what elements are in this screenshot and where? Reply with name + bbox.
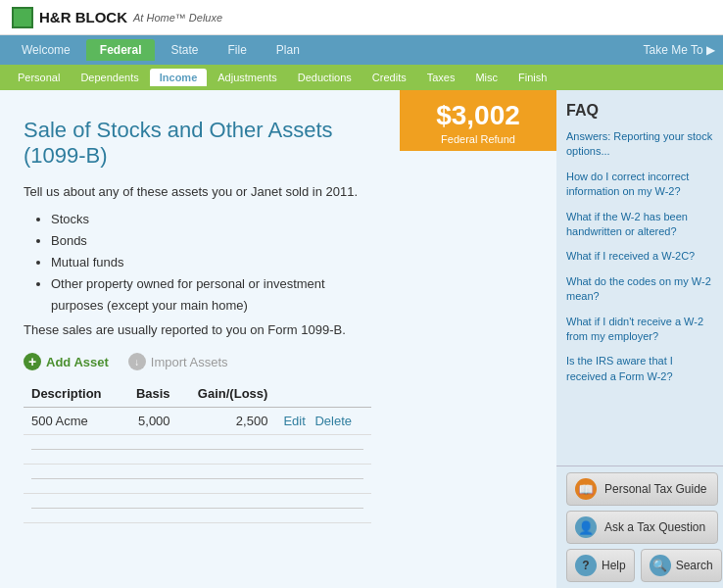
- bullet-mutual-funds: Mutual funds: [51, 252, 371, 273]
- faq-link-2[interactable]: How do I correct incorrect information o…: [566, 170, 713, 200]
- form-note: These sales are usually reported to you …: [24, 322, 371, 337]
- sub-tab-deductions[interactable]: Deductions: [288, 69, 362, 86]
- help-button[interactable]: ? Help: [566, 549, 635, 582]
- faq-link-3[interactable]: What if the W-2 has been handwritten or …: [566, 210, 713, 240]
- take-me-to: Take Me To ▶: [644, 43, 715, 57]
- page-title: Sale of Stocks and Other Assets (1099-B): [24, 118, 371, 169]
- asset-basis: 5,000: [121, 408, 178, 435]
- sub-tab-misc[interactable]: Misc: [465, 69, 507, 86]
- personal-tax-guide-button[interactable]: 📖 Personal Tax Guide: [566, 472, 718, 506]
- bottom-tool-row: ? Help 🔍 Search: [566, 549, 713, 582]
- empty-row-2: [24, 465, 371, 494]
- logo-text: H&R BLOCK: [39, 9, 127, 25]
- asset-actions: + Add Asset ↓ Import Assets: [24, 353, 371, 370]
- bullet-other-property: Other property owned for personal or inv…: [51, 273, 371, 317]
- nav-tab-federal[interactable]: Federal: [86, 39, 156, 61]
- bullet-list: Stocks Bonds Mutual funds Other property…: [51, 209, 371, 317]
- sub-tab-dependents[interactable]: Dependents: [71, 69, 148, 86]
- refund-box: $3,002 Federal Refund: [400, 90, 556, 151]
- import-assets-button[interactable]: ↓ Import Assets: [128, 353, 228, 370]
- faq-link-5[interactable]: What do the codes on my W-2 mean?: [566, 274, 713, 305]
- empty-row-1: [24, 435, 371, 465]
- delete-link[interactable]: Delete: [314, 414, 352, 428]
- sidebar-wrapper: FAQ Answers: Reporting your stock option…: [556, 90, 723, 588]
- search-icon: 🔍: [650, 555, 671, 576]
- ask-icon: 👤: [575, 516, 597, 538]
- refund-label: Federal Refund: [408, 133, 549, 145]
- ask-tax-question-button[interactable]: 👤 Ask a Tax Question: [566, 511, 718, 544]
- main-container: $3,002 Federal Refund Sale of Stocks and…: [0, 90, 723, 588]
- guide-icon: 📖: [575, 478, 597, 500]
- content-area: $3,002 Federal Refund Sale of Stocks and…: [0, 90, 556, 588]
- bullet-bonds: Bonds: [51, 230, 371, 252]
- refund-amount: $3,002: [408, 100, 549, 131]
- sub-tab-income[interactable]: Income: [150, 69, 208, 86]
- col-gain-loss: Gain/(Loss): [178, 382, 276, 408]
- faq-link-1[interactable]: Answers: Reporting your stock options...: [566, 129, 713, 160]
- edit-link[interactable]: Edit: [283, 414, 305, 428]
- sub-tab-taxes[interactable]: Taxes: [417, 69, 465, 86]
- main-nav: Welcome Federal State File Plan Take Me …: [0, 35, 723, 65]
- sub-nav: Personal Dependents Income Adjustments D…: [0, 65, 723, 90]
- add-asset-button[interactable]: + Add Asset: [24, 353, 109, 370]
- sub-tab-adjustments[interactable]: Adjustments: [208, 69, 287, 86]
- col-description: Description: [24, 382, 121, 408]
- nav-tab-welcome[interactable]: Welcome: [8, 39, 84, 61]
- app-header: H&R BLOCK At Home™ Deluxe: [0, 0, 723, 35]
- bullet-stocks: Stocks: [51, 209, 371, 230]
- sub-tab-personal[interactable]: Personal: [8, 69, 70, 86]
- col-basis: Basis: [121, 382, 178, 408]
- search-button[interactable]: 🔍 Search: [641, 549, 722, 582]
- asset-gain-loss: 2,500: [178, 408, 276, 435]
- faq-link-4[interactable]: What if I received a W-2C?: [566, 249, 713, 264]
- add-circle-icon: +: [24, 353, 41, 370]
- help-icon: ?: [575, 555, 597, 576]
- faq-link-6[interactable]: What if I didn't receive a W-2 from my e…: [566, 315, 713, 345]
- nav-tab-state[interactable]: State: [157, 39, 212, 61]
- intro-text: Tell us about any of these assets you or…: [24, 182, 371, 203]
- faq-sidebar: FAQ Answers: Reporting your stock option…: [556, 90, 723, 466]
- asset-description: 500 Acme: [24, 408, 121, 435]
- table-row: 500 Acme 5,000 2,500 Edit Delete: [24, 408, 371, 435]
- sidebar-tools: 📖 Personal Tax Guide 👤 Ask a Tax Questio…: [556, 466, 723, 588]
- faq-link-7[interactable]: Is the IRS aware that I received a Form …: [566, 354, 713, 384]
- nav-tab-file[interactable]: File: [215, 39, 261, 61]
- nav-tab-plan[interactable]: Plan: [263, 39, 313, 61]
- logo-square: [12, 7, 33, 28]
- asset-row-actions: Edit Delete: [275, 408, 371, 435]
- sub-tab-finish[interactable]: Finish: [508, 69, 556, 86]
- faq-title: FAQ: [566, 102, 713, 120]
- asset-table: Description Basis Gain/(Loss) 500 Acme 5…: [24, 382, 371, 523]
- import-circle-icon: ↓: [128, 353, 146, 370]
- empty-row-3: [24, 494, 371, 523]
- logo-sub: At Home™ Deluxe: [133, 12, 222, 24]
- logo: H&R BLOCK At Home™ Deluxe: [12, 7, 222, 28]
- col-actions: [275, 382, 371, 408]
- sub-tab-credits[interactable]: Credits: [362, 69, 416, 86]
